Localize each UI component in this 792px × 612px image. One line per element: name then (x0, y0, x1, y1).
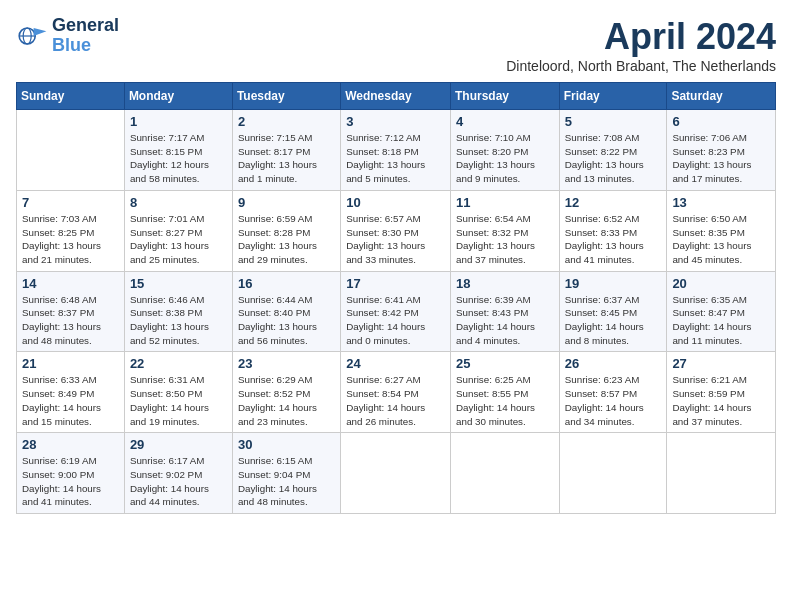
calendar-cell: 7Sunrise: 7:03 AMSunset: 8:25 PMDaylight… (17, 190, 125, 271)
day-number: 29 (130, 437, 227, 452)
day-number: 26 (565, 356, 662, 371)
calendar-cell: 16Sunrise: 6:44 AMSunset: 8:40 PMDayligh… (232, 271, 340, 352)
page-header: GeneralBlue April 2024 Dinteloord, North… (16, 16, 776, 74)
calendar-cell (667, 433, 776, 514)
calendar-cell: 27Sunrise: 6:21 AMSunset: 8:59 PMDayligh… (667, 352, 776, 433)
day-number: 13 (672, 195, 770, 210)
calendar-cell (341, 433, 451, 514)
calendar-cell (17, 110, 125, 191)
svg-marker-4 (34, 28, 47, 36)
day-number: 20 (672, 276, 770, 291)
day-header-friday: Friday (559, 83, 667, 110)
day-info: Sunrise: 6:27 AMSunset: 8:54 PMDaylight:… (346, 373, 445, 428)
day-info: Sunrise: 6:54 AMSunset: 8:32 PMDaylight:… (456, 212, 554, 267)
day-info: Sunrise: 7:12 AMSunset: 8:18 PMDaylight:… (346, 131, 445, 186)
calendar-cell: 24Sunrise: 6:27 AMSunset: 8:54 PMDayligh… (341, 352, 451, 433)
day-info: Sunrise: 6:15 AMSunset: 9:04 PMDaylight:… (238, 454, 335, 509)
day-number: 23 (238, 356, 335, 371)
day-info: Sunrise: 6:23 AMSunset: 8:57 PMDaylight:… (565, 373, 662, 428)
day-info: Sunrise: 6:50 AMSunset: 8:35 PMDaylight:… (672, 212, 770, 267)
day-number: 28 (22, 437, 119, 452)
day-info: Sunrise: 6:33 AMSunset: 8:49 PMDaylight:… (22, 373, 119, 428)
calendar-cell: 17Sunrise: 6:41 AMSunset: 8:42 PMDayligh… (341, 271, 451, 352)
logo: GeneralBlue (16, 16, 119, 56)
day-info: Sunrise: 7:06 AMSunset: 8:23 PMDaylight:… (672, 131, 770, 186)
day-number: 3 (346, 114, 445, 129)
day-number: 30 (238, 437, 335, 452)
day-number: 16 (238, 276, 335, 291)
day-info: Sunrise: 6:17 AMSunset: 9:02 PMDaylight:… (130, 454, 227, 509)
day-number: 2 (238, 114, 335, 129)
calendar-cell: 1Sunrise: 7:17 AMSunset: 8:15 PMDaylight… (124, 110, 232, 191)
day-number: 4 (456, 114, 554, 129)
calendar-cell: 8Sunrise: 7:01 AMSunset: 8:27 PMDaylight… (124, 190, 232, 271)
day-info: Sunrise: 6:52 AMSunset: 8:33 PMDaylight:… (565, 212, 662, 267)
day-info: Sunrise: 6:41 AMSunset: 8:42 PMDaylight:… (346, 293, 445, 348)
day-number: 15 (130, 276, 227, 291)
calendar-cell: 3Sunrise: 7:12 AMSunset: 8:18 PMDaylight… (341, 110, 451, 191)
day-header-wednesday: Wednesday (341, 83, 451, 110)
calendar-cell: 21Sunrise: 6:33 AMSunset: 8:49 PMDayligh… (17, 352, 125, 433)
day-number: 21 (22, 356, 119, 371)
calendar-cell: 20Sunrise: 6:35 AMSunset: 8:47 PMDayligh… (667, 271, 776, 352)
day-number: 27 (672, 356, 770, 371)
day-header-sunday: Sunday (17, 83, 125, 110)
day-number: 7 (22, 195, 119, 210)
calendar-cell: 13Sunrise: 6:50 AMSunset: 8:35 PMDayligh… (667, 190, 776, 271)
day-info: Sunrise: 6:59 AMSunset: 8:28 PMDaylight:… (238, 212, 335, 267)
day-info: Sunrise: 6:37 AMSunset: 8:45 PMDaylight:… (565, 293, 662, 348)
day-info: Sunrise: 6:57 AMSunset: 8:30 PMDaylight:… (346, 212, 445, 267)
day-info: Sunrise: 7:17 AMSunset: 8:15 PMDaylight:… (130, 131, 227, 186)
calendar-cell: 10Sunrise: 6:57 AMSunset: 8:30 PMDayligh… (341, 190, 451, 271)
day-number: 5 (565, 114, 662, 129)
day-number: 24 (346, 356, 445, 371)
day-info: Sunrise: 6:31 AMSunset: 8:50 PMDaylight:… (130, 373, 227, 428)
day-number: 1 (130, 114, 227, 129)
location: Dinteloord, North Brabant, The Netherlan… (506, 58, 776, 74)
calendar-cell: 30Sunrise: 6:15 AMSunset: 9:04 PMDayligh… (232, 433, 340, 514)
calendar-cell: 23Sunrise: 6:29 AMSunset: 8:52 PMDayligh… (232, 352, 340, 433)
day-info: Sunrise: 7:03 AMSunset: 8:25 PMDaylight:… (22, 212, 119, 267)
calendar-cell: 29Sunrise: 6:17 AMSunset: 9:02 PMDayligh… (124, 433, 232, 514)
day-header-saturday: Saturday (667, 83, 776, 110)
day-number: 12 (565, 195, 662, 210)
day-info: Sunrise: 6:21 AMSunset: 8:59 PMDaylight:… (672, 373, 770, 428)
calendar-cell: 4Sunrise: 7:10 AMSunset: 8:20 PMDaylight… (451, 110, 560, 191)
day-number: 22 (130, 356, 227, 371)
month-title: April 2024 (506, 16, 776, 58)
logo-text: GeneralBlue (52, 16, 119, 56)
day-number: 6 (672, 114, 770, 129)
day-number: 14 (22, 276, 119, 291)
day-number: 19 (565, 276, 662, 291)
day-number: 17 (346, 276, 445, 291)
day-info: Sunrise: 7:01 AMSunset: 8:27 PMDaylight:… (130, 212, 227, 267)
week-row-4: 21Sunrise: 6:33 AMSunset: 8:49 PMDayligh… (17, 352, 776, 433)
calendar-cell: 6Sunrise: 7:06 AMSunset: 8:23 PMDaylight… (667, 110, 776, 191)
week-row-2: 7Sunrise: 7:03 AMSunset: 8:25 PMDaylight… (17, 190, 776, 271)
calendar-cell: 5Sunrise: 7:08 AMSunset: 8:22 PMDaylight… (559, 110, 667, 191)
day-number: 8 (130, 195, 227, 210)
day-number: 10 (346, 195, 445, 210)
day-header-tuesday: Tuesday (232, 83, 340, 110)
day-info: Sunrise: 6:35 AMSunset: 8:47 PMDaylight:… (672, 293, 770, 348)
day-info: Sunrise: 7:08 AMSunset: 8:22 PMDaylight:… (565, 131, 662, 186)
calendar-header-row: SundayMondayTuesdayWednesdayThursdayFrid… (17, 83, 776, 110)
calendar-cell: 15Sunrise: 6:46 AMSunset: 8:38 PMDayligh… (124, 271, 232, 352)
day-info: Sunrise: 6:46 AMSunset: 8:38 PMDaylight:… (130, 293, 227, 348)
calendar-cell: 19Sunrise: 6:37 AMSunset: 8:45 PMDayligh… (559, 271, 667, 352)
day-number: 9 (238, 195, 335, 210)
day-info: Sunrise: 6:39 AMSunset: 8:43 PMDaylight:… (456, 293, 554, 348)
calendar-cell: 11Sunrise: 6:54 AMSunset: 8:32 PMDayligh… (451, 190, 560, 271)
calendar-cell (451, 433, 560, 514)
day-number: 11 (456, 195, 554, 210)
day-number: 18 (456, 276, 554, 291)
calendar-cell: 9Sunrise: 6:59 AMSunset: 8:28 PMDaylight… (232, 190, 340, 271)
calendar-cell: 18Sunrise: 6:39 AMSunset: 8:43 PMDayligh… (451, 271, 560, 352)
week-row-5: 28Sunrise: 6:19 AMSunset: 9:00 PMDayligh… (17, 433, 776, 514)
calendar-cell: 2Sunrise: 7:15 AMSunset: 8:17 PMDaylight… (232, 110, 340, 191)
day-info: Sunrise: 6:19 AMSunset: 9:00 PMDaylight:… (22, 454, 119, 509)
day-info: Sunrise: 6:44 AMSunset: 8:40 PMDaylight:… (238, 293, 335, 348)
calendar-cell: 26Sunrise: 6:23 AMSunset: 8:57 PMDayligh… (559, 352, 667, 433)
day-info: Sunrise: 7:15 AMSunset: 8:17 PMDaylight:… (238, 131, 335, 186)
week-row-3: 14Sunrise: 6:48 AMSunset: 8:37 PMDayligh… (17, 271, 776, 352)
